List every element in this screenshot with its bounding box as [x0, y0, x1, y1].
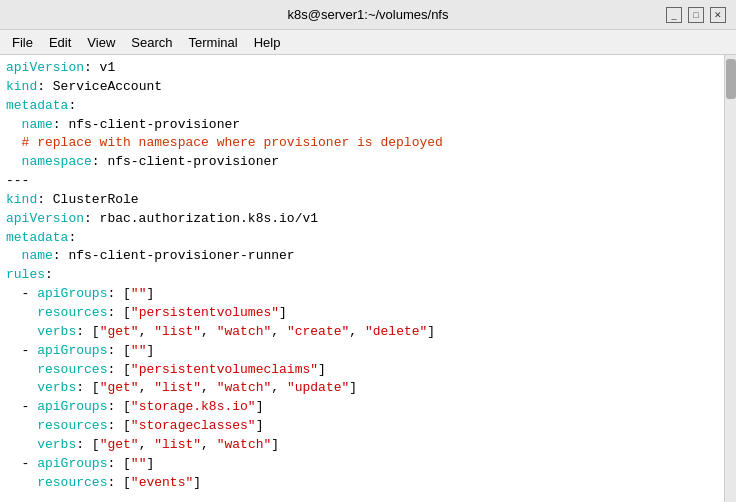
- val-token: ]: [427, 324, 435, 339]
- key-token: verbs: [37, 324, 76, 339]
- string-token: "": [131, 286, 147, 301]
- code-line: namespace: nfs-client-provisioner: [6, 153, 718, 172]
- string-token: "": [131, 343, 147, 358]
- key-token: verbs: [37, 437, 76, 452]
- val-token: : nfs-client-provisioner: [53, 117, 240, 132]
- string-token: "list": [154, 437, 201, 452]
- code-line: verbs: ["get", "list", "watch"]: [6, 436, 718, 455]
- val-token: ---: [6, 173, 29, 188]
- val-token: ,: [139, 437, 155, 452]
- menu-item-help[interactable]: Help: [246, 33, 289, 52]
- string-token: "persistentvolumes": [131, 305, 279, 320]
- val-token: ,: [139, 380, 155, 395]
- menu-item-view[interactable]: View: [79, 33, 123, 52]
- val-token: ]: [146, 456, 154, 471]
- key-token: kind: [6, 192, 37, 207]
- key-token: metadata: [6, 230, 68, 245]
- window-title: k8s@server1:~/volumes/nfs: [70, 7, 666, 22]
- string-token: "create": [287, 324, 349, 339]
- string-token: "storage.k8s.io": [131, 399, 256, 414]
- val-token: : nfs-client-provisioner: [92, 154, 279, 169]
- string-token: "storageclasses": [131, 418, 256, 433]
- code-content: apiVersion: v1kind: ServiceAccountmetada…: [0, 55, 724, 502]
- val-token: : [: [107, 399, 130, 414]
- val-token: -: [6, 456, 37, 471]
- code-line: kind: ClusterRole: [6, 191, 718, 210]
- menu-item-edit[interactable]: Edit: [41, 33, 79, 52]
- val-token: : rbac.authorization.k8s.io/v1: [84, 211, 318, 226]
- val-token: ]: [146, 286, 154, 301]
- val-token: ,: [201, 380, 217, 395]
- val-token: : [: [107, 456, 130, 471]
- menu-item-search[interactable]: Search: [123, 33, 180, 52]
- maximize-button[interactable]: □: [688, 7, 704, 23]
- val-token: [6, 418, 37, 433]
- val-token: ,: [271, 380, 287, 395]
- close-button[interactable]: ✕: [710, 7, 726, 23]
- key-token: rules: [6, 267, 45, 282]
- minimize-button[interactable]: _: [666, 7, 682, 23]
- code-line: ---: [6, 172, 718, 191]
- key-token: resources: [37, 418, 107, 433]
- code-line: resources: ["persistentvolumes"]: [6, 304, 718, 323]
- code-line: - apiGroups: [""]: [6, 455, 718, 474]
- key-token: name: [22, 248, 53, 263]
- scrollbar[interactable]: [724, 55, 736, 502]
- key-token: resources: [37, 362, 107, 377]
- key-token: verbs: [37, 380, 76, 395]
- key-token: apiGroups: [37, 456, 107, 471]
- key-token: namespace: [22, 154, 92, 169]
- val-token: [6, 362, 37, 377]
- val-token: :: [68, 98, 76, 113]
- val-token: ,: [201, 437, 217, 452]
- val-token: -: [6, 399, 37, 414]
- val-token: ]: [271, 437, 279, 452]
- string-token: "events": [131, 475, 193, 490]
- comment-token: # replace with namespace where provision…: [6, 135, 443, 150]
- code-line: - apiGroups: [""]: [6, 342, 718, 361]
- key-token: apiGroups: [37, 286, 107, 301]
- string-token: "watch": [217, 324, 272, 339]
- val-token: [6, 324, 37, 339]
- menu-item-file[interactable]: File: [4, 33, 41, 52]
- scrollbar-thumb[interactable]: [726, 59, 736, 99]
- key-token: kind: [6, 79, 37, 94]
- val-token: : ServiceAccount: [37, 79, 162, 94]
- val-token: : [: [107, 475, 130, 490]
- string-token: "watch": [217, 380, 272, 395]
- title-bar: k8s@server1:~/volumes/nfs _ □ ✕: [0, 0, 736, 30]
- string-token: "": [131, 456, 147, 471]
- code-line: apiVersion: v1: [6, 59, 718, 78]
- code-line: resources: ["persistentvolumeclaims"]: [6, 361, 718, 380]
- string-token: "watch": [217, 437, 272, 452]
- key-token: resources: [37, 475, 107, 490]
- val-token: ,: [201, 324, 217, 339]
- menu-item-terminal[interactable]: Terminal: [181, 33, 246, 52]
- val-token: : [: [76, 380, 99, 395]
- val-token: ]: [256, 399, 264, 414]
- val-token: -: [6, 286, 37, 301]
- val-token: : nfs-client-provisioner-runner: [53, 248, 295, 263]
- val-token: ]: [256, 418, 264, 433]
- key-token: apiGroups: [37, 399, 107, 414]
- val-token: : [: [107, 418, 130, 433]
- key-token: apiGroups: [37, 343, 107, 358]
- val-token: [6, 117, 22, 132]
- val-token: : [: [76, 324, 99, 339]
- val-token: ]: [349, 380, 357, 395]
- code-line: name: nfs-client-provisioner-runner: [6, 247, 718, 266]
- code-line: - apiGroups: ["storage.k8s.io"]: [6, 398, 718, 417]
- code-line: metadata:: [6, 229, 718, 248]
- code-line: apiVersion: rbac.authorization.k8s.io/v1: [6, 210, 718, 229]
- val-token: [6, 305, 37, 320]
- string-token: "list": [154, 324, 201, 339]
- val-token: : ClusterRole: [37, 192, 138, 207]
- code-line: name: nfs-client-provisioner: [6, 116, 718, 135]
- code-line: rules:: [6, 266, 718, 285]
- val-token: [6, 154, 22, 169]
- window-controls: _ □ ✕: [666, 7, 726, 23]
- menu-bar: FileEditViewSearchTerminalHelp: [0, 30, 736, 55]
- code-line: resources: ["storageclasses"]: [6, 417, 718, 436]
- val-token: ,: [349, 324, 365, 339]
- val-token: : [: [107, 343, 130, 358]
